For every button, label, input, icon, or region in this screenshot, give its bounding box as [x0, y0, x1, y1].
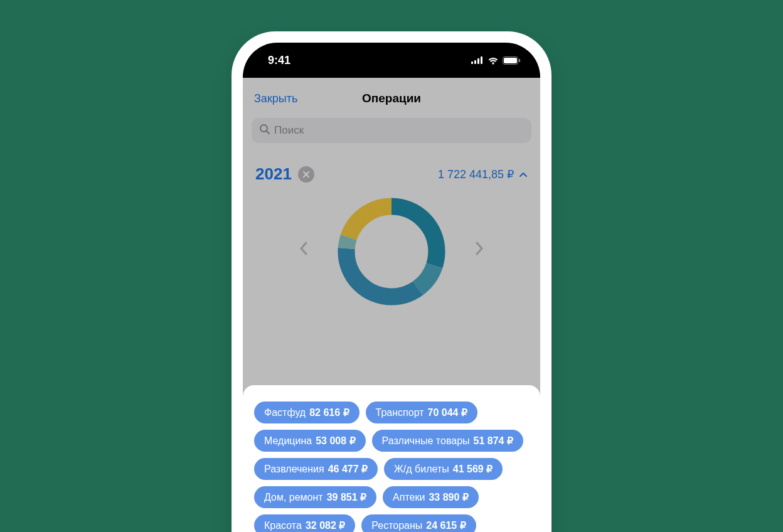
- category-chip[interactable]: Красота32 082 ₽: [254, 514, 355, 532]
- search-input[interactable]: [274, 124, 524, 137]
- category-amount: 39 851 ₽: [327, 491, 366, 503]
- search-field[interactable]: [252, 118, 531, 143]
- category-label: Различные товары: [382, 435, 470, 447]
- wifi-icon: [487, 56, 499, 65]
- spending-donut-chart: [332, 192, 451, 311]
- total-toggle[interactable]: 1 722 441,85 ₽: [438, 168, 528, 181]
- categories-bottom-sheet[interactable]: Фастфуд82 616 ₽Транспорт70 044 ₽Медицина…: [243, 385, 540, 532]
- svg-rect-3: [481, 56, 482, 64]
- category-chip[interactable]: Рестораны24 615 ₽: [361, 514, 476, 532]
- category-amount: 32 082 ₽: [306, 519, 345, 531]
- svg-line-8: [267, 131, 269, 134]
- nav-bar: Закрыть Операции: [243, 78, 540, 113]
- category-amount: 41 569 ₽: [453, 463, 493, 475]
- category-chip[interactable]: Фастфуд82 616 ₽: [254, 402, 360, 423]
- status-time: 9:41: [268, 54, 290, 67]
- chevron-left-icon: [299, 241, 308, 256]
- search-icon: [259, 124, 270, 137]
- close-icon: [302, 171, 310, 178]
- category-amount: 33 890 ₽: [429, 491, 468, 503]
- phone-notch: [329, 43, 454, 64]
- category-chip[interactable]: Различные товары51 874 ₽: [372, 430, 523, 452]
- chart-prev-button[interactable]: [294, 234, 313, 265]
- category-chip[interactable]: Ж/д билеты41 569 ₽: [384, 458, 503, 480]
- svg-rect-1: [474, 60, 476, 64]
- status-icons: [471, 56, 520, 65]
- svg-rect-0: [471, 61, 473, 64]
- category-label: Транспорт: [376, 407, 424, 418]
- category-label: Дом, ремонт: [264, 492, 323, 503]
- category-label: Ж/д билеты: [394, 464, 449, 475]
- category-label: Медицина: [264, 435, 312, 447]
- category-label: Аптеки: [393, 492, 425, 503]
- category-label: Красота: [264, 520, 302, 531]
- category-amount: 46 477 ₽: [328, 463, 368, 475]
- chart-next-button[interactable]: [470, 234, 489, 265]
- total-amount: 1 722 441,85 ₽: [438, 168, 514, 181]
- category-chip[interactable]: Медицина53 008 ₽: [254, 430, 366, 452]
- donut-segment: [346, 206, 437, 297]
- search-wrap: [243, 113, 540, 147]
- app-body: Закрыть Операции 2021: [243, 78, 540, 532]
- year-filter[interactable]: 2021: [255, 164, 292, 184]
- chart-row: [243, 189, 540, 302]
- category-chips: Фастфуд82 616 ₽Транспорт70 044 ₽Медицина…: [254, 402, 529, 532]
- category-amount: 82 616 ₽: [309, 407, 349, 418]
- category-amount: 24 615 ₽: [426, 519, 466, 531]
- category-chip[interactable]: Аптеки33 890 ₽: [383, 486, 479, 508]
- battery-icon: [503, 56, 520, 65]
- clear-year-button[interactable]: [298, 166, 314, 183]
- svg-rect-5: [504, 58, 517, 63]
- svg-rect-6: [519, 59, 520, 62]
- category-label: Фастфуд: [264, 407, 306, 418]
- phone-frame: 9:41 Закрыть Операции: [232, 31, 551, 532]
- category-label: Рестораны: [371, 520, 422, 531]
- summary-row: 2021 1 722 441,85 ₽: [243, 147, 540, 189]
- chevron-right-icon: [475, 241, 484, 256]
- category-amount: 70 044 ₽: [428, 407, 467, 418]
- chevron-up-icon: [519, 171, 528, 178]
- category-chip[interactable]: Дом, ремонт39 851 ₽: [254, 486, 376, 508]
- category-amount: 51 874 ₽: [474, 435, 513, 447]
- page-title: Операции: [243, 92, 540, 105]
- category-label: Развлечения: [264, 464, 324, 475]
- category-amount: 53 008 ₽: [316, 435, 355, 447]
- category-chip[interactable]: Развлечения46 477 ₽: [254, 458, 378, 480]
- category-chip[interactable]: Транспорт70 044 ₽: [366, 402, 477, 423]
- phone-screen: 9:41 Закрыть Операции: [243, 43, 540, 532]
- cellular-signal-icon: [471, 56, 484, 64]
- svg-rect-2: [477, 58, 479, 64]
